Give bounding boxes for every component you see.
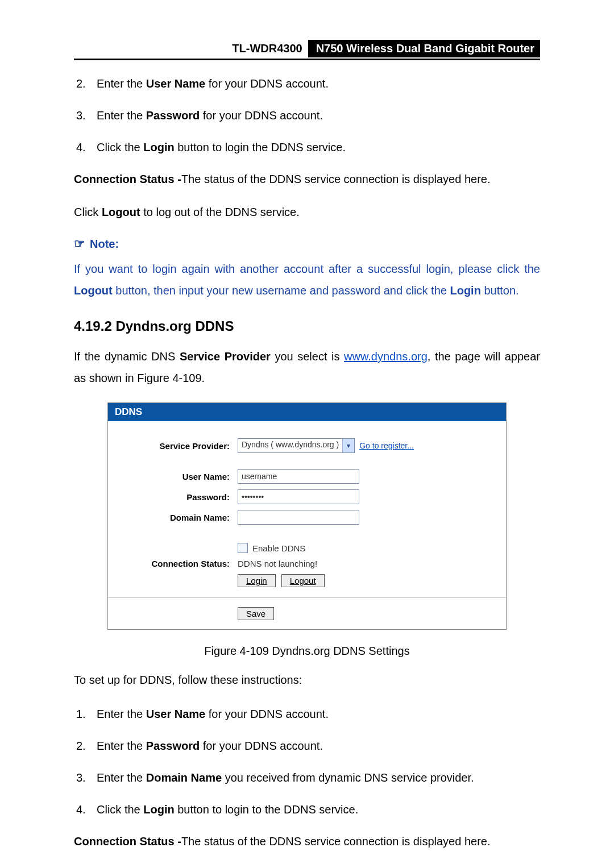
intro-paragraph: If the dynamic DNS Service Provider you …: [74, 346, 540, 389]
pointing-hand-icon: ☞: [74, 236, 85, 251]
section-heading: 4.19.2 Dyndns.org DDNS: [74, 318, 540, 334]
dyndns-link[interactable]: www.dyndns.org: [344, 350, 428, 363]
header-model: TL-WDR4300: [226, 40, 308, 57]
label-domain-name: Domain Name:: [122, 513, 238, 522]
list-text: Click the Login button to login the DDNS…: [97, 136, 346, 158]
panel-title: DDNS: [108, 403, 506, 421]
label-user-name: User Name:: [122, 472, 238, 481]
domain-name-input[interactable]: [238, 510, 359, 525]
list-number: 2.: [74, 73, 97, 94]
label-password: Password:: [122, 492, 238, 502]
logout-paragraph: Click Logout to log out of the DDNS serv…: [74, 201, 540, 223]
list-text: Enter the Domain Name you received from …: [97, 767, 474, 788]
enable-ddns-label: Enable DDNS: [252, 543, 305, 553]
label-connection-status: Connection Status:: [122, 559, 238, 568]
checkbox-icon[interactable]: [238, 543, 248, 553]
figure-caption: Figure 4-109 Dyndns.org DDNS Settings: [74, 645, 540, 658]
service-provider-select[interactable]: Dyndns ( www.dyndns.org ) ▾: [238, 438, 355, 453]
list-text: Enter the User Name for your DDNS accoun…: [97, 73, 329, 94]
bottom-ordered-list: 1. Enter the User Name for your DDNS acc…: [74, 703, 540, 820]
save-button[interactable]: Save: [238, 607, 274, 620]
login-button[interactable]: Login: [238, 574, 276, 587]
list-item: 3. Enter the Password for your DDNS acco…: [74, 105, 540, 126]
label-service-provider: Service Provider:: [122, 441, 238, 451]
enable-ddns-checkbox[interactable]: Enable DDNS: [238, 543, 305, 553]
list-number: 1.: [74, 703, 97, 725]
page-header: TL-WDR4300 N750 Wireless Dual Band Gigab…: [74, 40, 540, 60]
list-text: Enter the User Name for your DDNS accoun…: [97, 703, 329, 725]
list-number: 4.: [74, 136, 97, 158]
divider: [108, 597, 506, 598]
logout-button[interactable]: Logout: [281, 574, 325, 587]
setup-intro: To set up for DDNS, follow these instruc…: [74, 669, 540, 691]
header-description: N750 Wireless Dual Band Gigabit Router: [308, 40, 540, 57]
top-ordered-list: 2. Enter the User Name for your DDNS acc…: [74, 73, 540, 158]
connection-status-paragraph-2: Connection Status -The status of the DDN…: [74, 830, 540, 852]
password-input[interactable]: [238, 489, 359, 504]
list-number: 4.: [74, 799, 97, 820]
username-input[interactable]: [238, 469, 359, 484]
ddns-panel: DDNS Service Provider: Dyndns ( www.dynd…: [107, 402, 507, 630]
go-to-register-link[interactable]: Go to register...: [359, 441, 414, 450]
list-item: 3. Enter the Domain Name you received fr…: [74, 767, 540, 788]
note-heading: ☞ Note:: [74, 236, 540, 251]
list-item: 4. Click the Login button to login to th…: [74, 799, 540, 820]
list-text: Click the Login button to login to the D…: [97, 799, 358, 820]
chevron-down-icon[interactable]: ▾: [342, 439, 354, 452]
list-number: 3.: [74, 767, 97, 788]
list-text: Enter the Password for your DDNS account…: [97, 105, 323, 126]
list-number: 2.: [74, 735, 97, 757]
note-body: If you want to login again with another …: [74, 258, 540, 301]
list-item: 4. Click the Login button to login the D…: [74, 136, 540, 158]
note-label: Note:: [90, 238, 119, 251]
list-number: 3.: [74, 105, 97, 126]
select-value: Dyndns ( www.dyndns.org ): [238, 439, 342, 452]
list-item: 2. Enter the Password for your DDNS acco…: [74, 735, 540, 757]
connection-status-paragraph: Connection Status -The status of the DDN…: [74, 168, 540, 190]
connection-status-value: DDNS not launching!: [238, 559, 317, 568]
list-text: Enter the Password for your DDNS account…: [97, 735, 323, 757]
list-item: 1. Enter the User Name for your DDNS acc…: [74, 703, 540, 725]
list-item: 2. Enter the User Name for your DDNS acc…: [74, 73, 540, 94]
logout-paragraph-2: Click Logout to logout of the DDNS servi…: [74, 863, 540, 868]
